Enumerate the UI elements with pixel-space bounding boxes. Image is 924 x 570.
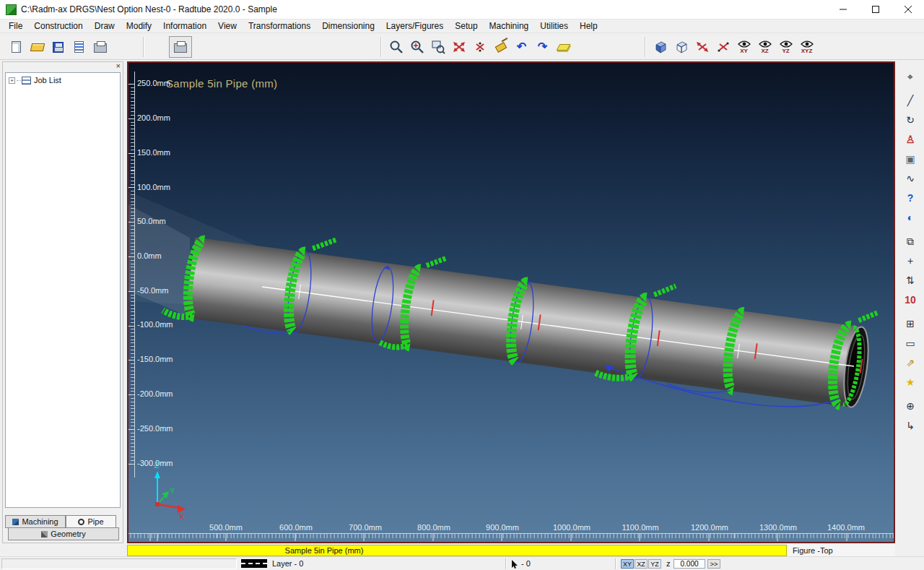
plane-xy-button[interactable]: XY <box>621 559 634 569</box>
menu-machining[interactable]: Machining <box>484 20 535 32</box>
cursor-icon <box>511 560 518 569</box>
z-label: z <box>666 559 671 568</box>
send-button[interactable]: ↳ <box>901 416 920 434</box>
v-ruler-label: 0.0mm <box>137 251 162 260</box>
menu-transformations[interactable]: Transformations <box>243 20 316 32</box>
view-yz-button[interactable]: YZ <box>775 36 796 58</box>
locate-button[interactable]: ⊕ <box>901 397 920 415</box>
help-button[interactable]: ? <box>901 189 920 207</box>
move-icon: + <box>907 256 913 266</box>
move-button[interactable]: + <box>901 251 920 269</box>
stretch-selected-button[interactable] <box>712 36 733 58</box>
favorites-button[interactable]: ★ <box>901 373 920 391</box>
figure-name[interactable]: Figure -Top <box>788 545 895 556</box>
export-button[interactable]: ⇗ <box>901 353 920 371</box>
zoom-button[interactable] <box>385 36 406 58</box>
eye-icon <box>759 40 772 48</box>
eye-icon <box>780 40 793 48</box>
spline-button[interactable]: ∿ <box>901 169 920 187</box>
v-ruler-label: -200.0mm <box>137 389 173 398</box>
more-button[interactable]: >> <box>707 559 720 569</box>
menu-modify[interactable]: Modify <box>121 20 157 32</box>
figure-name-label: Figure -Top <box>793 546 833 555</box>
plane-yz-button[interactable]: YZ <box>648 559 661 569</box>
menu-draw[interactable]: Draw <box>89 20 121 32</box>
view-xz-label: XZ <box>761 48 768 54</box>
menu-layers-figures[interactable]: Layers/Figures <box>380 20 449 32</box>
panel-close-button[interactable]: × <box>116 61 121 71</box>
layer-indicator[interactable]: Layer - 0 <box>272 559 303 568</box>
tree-expander-icon[interactable]: + <box>9 77 15 84</box>
maximize-button[interactable] <box>859 0 892 20</box>
view-3d-button[interactable] <box>650 36 671 58</box>
plane-xz-button[interactable]: XZ <box>635 559 648 569</box>
save-button[interactable] <box>48 36 69 58</box>
grid-button[interactable]: ⊞ <box>901 314 920 332</box>
draw-line-button[interactable]: ╱ <box>901 91 920 109</box>
view-xz-button[interactable]: XZ <box>754 36 775 58</box>
figure-row: Sample 5in Pipe (mm) Figure -Top <box>0 545 924 556</box>
reorder-button[interactable]: ⇅ <box>901 271 920 289</box>
menu-utilities[interactable]: Utilities <box>534 20 574 32</box>
v-ruler-line <box>134 72 135 478</box>
zoom-extents-button[interactable] <box>448 36 469 58</box>
viewport[interactable]: Z Y X Sample 5in Pipe (mm) 250.0mm 200.0… <box>127 61 895 543</box>
copy-button[interactable]: ⧉ <box>901 232 920 250</box>
job-list-node[interactable]: + Job List <box>6 73 120 85</box>
label-button[interactable]: ▭ <box>901 334 920 352</box>
machining-tab-icon <box>12 519 19 525</box>
spline-icon: ∿ <box>906 173 915 183</box>
pipe-tab-icon <box>78 519 84 525</box>
redraw-button[interactable] <box>490 36 511 58</box>
window-title: C:\Radm-ax DRGS\Nest Option Nest-0 - Rad… <box>21 4 277 14</box>
status-message-cell <box>1 558 237 569</box>
menu-help[interactable]: Help <box>574 20 603 32</box>
datum-button[interactable]: ♙ <box>901 130 920 148</box>
tab-pipe-label: Pipe <box>87 517 103 526</box>
h-ruler-label: 700.0mm <box>344 523 387 532</box>
sequence-button[interactable]: 10 <box>901 290 920 308</box>
plane-yz-label: YZ <box>650 561 659 568</box>
help-icon: ? <box>907 193 914 203</box>
menu-construction[interactable]: Construction <box>28 20 88 32</box>
select-handles-button[interactable]: ⌖ <box>901 67 920 85</box>
menu-view[interactable]: View <box>212 20 243 32</box>
minimize-button[interactable] <box>827 0 859 20</box>
undo-button[interactable]: ↶ <box>511 36 532 58</box>
figure-title-bar[interactable]: Sample 5in Pipe (mm) <box>127 545 787 556</box>
stretch-view-button[interactable] <box>692 36 712 58</box>
erase-button[interactable] <box>553 36 574 58</box>
menu-information[interactable]: Information <box>157 20 212 32</box>
zoom-selected-button[interactable] <box>469 36 490 58</box>
new-button[interactable] <box>6 36 27 58</box>
stretch-selected-icon <box>716 40 731 53</box>
close-button[interactable] <box>892 0 924 20</box>
zoom-in-button[interactable] <box>406 36 427 58</box>
print-button[interactable] <box>90 36 110 58</box>
v-ruler-label: 200.0mm <box>137 113 170 122</box>
menu-setup[interactable]: Setup <box>449 20 483 32</box>
shade-mode-button[interactable]: ◐ <box>901 208 920 226</box>
menu-dimensioning[interactable]: Dimensioning <box>316 20 380 32</box>
z-input[interactable] <box>674 559 705 569</box>
menu-file[interactable]: File <box>3 20 28 32</box>
eye-icon <box>801 40 814 48</box>
solid-view-button[interactable]: ▣ <box>901 150 920 168</box>
print-preview-button[interactable] <box>169 36 192 58</box>
view-xy-button[interactable]: XY <box>733 36 754 58</box>
main-toolbar: ↶ ↷ XY XZ YZ XYZ <box>0 33 924 60</box>
redo-button[interactable]: ↷ <box>532 36 553 58</box>
tab-pipe[interactable]: Pipe <box>66 515 116 528</box>
open-button[interactable] <box>27 36 48 58</box>
rotate-view-button[interactable]: ↻ <box>901 111 920 129</box>
line-style-swatch[interactable] <box>241 559 267 568</box>
status-separator <box>505 558 507 569</box>
tab-geometry[interactable]: Geometry <box>8 527 119 540</box>
h-ruler-label: 1000.0mm <box>550 523 593 532</box>
view-wireframe-button[interactable] <box>671 36 692 58</box>
zoom-window-button[interactable] <box>427 36 448 58</box>
job-list-panel: × + Job List Machining Pipe Geometry <box>2 61 123 543</box>
view-xyz-button[interactable]: XYZ <box>796 36 817 58</box>
tab-machining[interactable]: Machining <box>5 515 66 528</box>
job-list-button[interactable] <box>69 36 90 58</box>
